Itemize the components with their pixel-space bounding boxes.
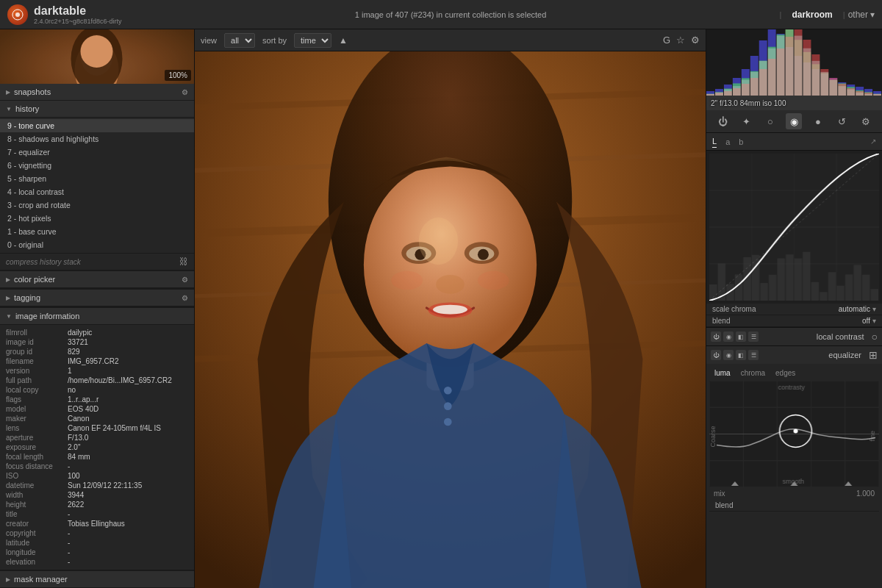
scale-chroma-dropdown-icon[interactable]: ▾ (872, 305, 876, 313)
view-label: view (201, 36, 217, 45)
lab-tab-L[interactable]: L (712, 135, 717, 148)
blend-dropdown-icon[interactable]: ▾ (872, 317, 876, 325)
iso-label: ISO (6, 472, 65, 480)
copyright-value: - (68, 529, 70, 537)
color-icon-button[interactable]: ● (810, 113, 826, 129)
grid-view-icon[interactable]: G (663, 35, 670, 46)
dot-circle-icon-button[interactable]: ◉ (786, 113, 802, 129)
info-elevation: elevation - (6, 557, 188, 567)
svg-point-30 (419, 218, 458, 265)
other-dropdown[interactable]: other ▾ (848, 10, 875, 20)
mix-value: 1.000 (856, 490, 875, 498)
mask-manager-header[interactable]: ▶ mask manager (0, 570, 194, 588)
right-panel: 2" f/13.0 84mm iso 100 ⏻ ✦ ○ ◉ ● ↺ ⚙ L a… (706, 29, 882, 588)
version-label: version (6, 367, 65, 375)
color-picker-label: color picker (14, 275, 55, 284)
history-item[interactable]: 7 - equalizer (0, 146, 194, 159)
tab-darkroom[interactable]: darkroom (784, 7, 839, 22)
info-flags: flags 1..r..ap...r (6, 395, 188, 404)
width-label: width (6, 491, 65, 499)
local-contrast-module-row: ⏻ ◉ ◧ ☰ local contrast ○ (706, 327, 882, 345)
snapshots-settings-icon[interactable]: ⚙ (182, 88, 188, 96)
local-contrast-circle-icon[interactable]: ○ (872, 331, 878, 343)
history-item[interactable]: 5 - sharpen (0, 172, 194, 185)
sort-direction-button[interactable]: ▲ (339, 35, 348, 46)
sort-label: sort by (262, 36, 287, 45)
top-bar: darktable 2.4.0rc2+15~g8c81fd8c6-dirty 1… (0, 0, 882, 29)
history-arrow-icon: ▼ (6, 106, 12, 112)
history-item[interactable]: 4 - local contrast (0, 185, 194, 198)
star-rating-icon[interactable]: ☆ (676, 35, 685, 46)
history-item[interactable]: 8 - shadows and highlights (0, 132, 194, 146)
latitude-label: latitude (6, 539, 65, 547)
focus-distance-value: - (68, 462, 70, 470)
filename-value: IMG_6957.CR2 (68, 357, 118, 365)
local-contrast-eye-icon[interactable]: ◉ (723, 331, 734, 342)
local-contrast-power-icon[interactable]: ⏻ (711, 331, 721, 342)
history-item[interactable]: 3 - crop and rotate (0, 198, 194, 212)
sort-select[interactable]: time (294, 33, 331, 48)
equalizer-label: equalizer (828, 351, 861, 359)
local-copy-value: no (68, 386, 76, 394)
color-picker-header[interactable]: ▶ color picker ⚙ (0, 270, 194, 288)
history-item[interactable]: 9 - tone curve (0, 119, 194, 132)
app-branding: darktable 2.4.0rc2+15~g8c81fd8c6-dirty (7, 4, 122, 25)
equalizer-eye-icon[interactable]: ◉ (723, 350, 734, 360)
curve-expand-icon[interactable]: ↗ (870, 137, 876, 146)
equalizer-canvas[interactable] (709, 381, 879, 487)
local-contrast-presets-icon[interactable]: ☰ (748, 331, 759, 342)
equalizer-presets-icon[interactable]: ☰ (748, 350, 759, 360)
app-version: 2.4.0rc2+15~g8c81fd8c6-dirty (34, 18, 122, 25)
circle-icon-button[interactable]: ○ (762, 113, 778, 129)
tagging-header[interactable]: ▶ tagging ⚙ (0, 289, 194, 306)
group-id-value: 829 (68, 348, 80, 356)
elevation-value: - (68, 558, 70, 566)
image-info-header[interactable]: ▼ image information (0, 307, 194, 325)
exposure-value: 2.0" (68, 443, 80, 451)
left-panel: 100% ▶ snapshots ⚙ ▼ history 9 - tone cu… (0, 29, 195, 588)
equalizer-grid-icon[interactable]: ⊞ (869, 349, 878, 361)
history-item[interactable]: 6 - vignetting (0, 159, 194, 172)
histogram-info: 2" f/13.0 84mm iso 100 (711, 99, 786, 107)
view-select[interactable]: all (224, 33, 255, 48)
history-header[interactable]: ▼ history (0, 101, 194, 118)
history-item[interactable]: 0 - original (0, 238, 194, 251)
scale-chroma-value: automatic (839, 305, 870, 313)
selection-info: 1 image of 407 (#234) in current collect… (355, 10, 546, 19)
filmroll-label: filmroll (6, 329, 65, 337)
refresh-icon-button[interactable]: ↺ (833, 113, 850, 129)
latitude-value: - (68, 539, 70, 547)
curve-canvas[interactable] (709, 154, 879, 301)
history-footer: compress history stack ⛓ (0, 253, 194, 270)
lab-tab-b[interactable]: b (739, 136, 743, 148)
settings-icon[interactable]: ⚙ (691, 35, 700, 46)
snapshots-section-header[interactable]: ▶ snapshots ⚙ (0, 84, 194, 101)
iso-value: 100 (68, 472, 80, 480)
eq-tab-edges[interactable]: edges (773, 368, 797, 378)
local-contrast-mask-icon[interactable]: ◧ (736, 331, 746, 342)
tagging-settings-icon[interactable]: ⚙ (182, 294, 188, 302)
equalizer-mask-icon[interactable]: ◧ (736, 350, 746, 360)
gear-icon-button[interactable]: ⚙ (858, 113, 874, 129)
history-item[interactable]: 1 - base curve (0, 225, 194, 238)
info-maker: maker Canon (6, 414, 188, 423)
main-layout: 100% ▶ snapshots ⚙ ▼ history 9 - tone cu… (0, 29, 882, 588)
history-item[interactable]: 2 - hot pixels (0, 212, 194, 225)
image-info-arrow-icon: ▼ (6, 313, 12, 320)
eq-tab-luma[interactable]: luma (712, 368, 733, 378)
module-icons-row: ⏻ ✦ ○ ◉ ● ↺ ⚙ (706, 110, 882, 133)
image-container (195, 51, 706, 588)
main-image (195, 51, 706, 588)
compress-history-icon[interactable]: ⛓ (179, 257, 188, 267)
info-group-id: group id 829 (6, 347, 188, 356)
eq-tab-chroma[interactable]: chroma (739, 368, 767, 378)
power-icon-button[interactable]: ⏻ (714, 113, 731, 129)
mode-switcher: | darkroom | other ▾ (780, 7, 875, 22)
scale-chroma-row: scale chroma automatic ▾ (706, 304, 882, 315)
chevron-down-icon: ▾ (870, 10, 875, 20)
lab-tab-a[interactable]: a (725, 136, 730, 148)
info-longitude: longitude - (6, 548, 188, 557)
color-picker-settings-icon[interactable]: ⚙ (182, 276, 188, 284)
equalizer-power-icon[interactable]: ⏻ (711, 350, 721, 360)
presets-icon-button[interactable]: ✦ (739, 113, 755, 129)
